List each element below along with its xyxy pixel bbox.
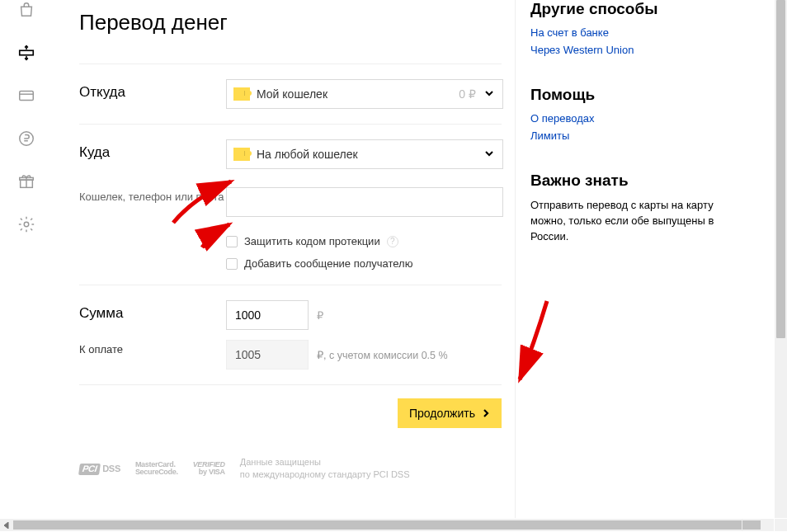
nav-transfer-icon[interactable]: [16, 43, 36, 63]
scrollbar-corner: [775, 519, 787, 531]
verified-by-visa-badge: VERIFIED by VISA: [193, 461, 225, 477]
chevron-right-icon: [482, 407, 490, 420]
chevron-down-icon: [484, 148, 494, 161]
nav-shop-icon[interactable]: [16, 0, 36, 20]
pci-dss-badge: PCI DSS: [79, 464, 120, 475]
mastercard-securecode-badge: MasterCard. SecureCode.: [135, 461, 178, 477]
sidebar-nav: [0, 0, 53, 518]
to-value: На любой кошелек: [257, 148, 358, 161]
attach-message-label: Добавить сообщение получателю: [244, 257, 412, 270]
from-row: Откуда Мой кошелек 0 ₽: [79, 64, 502, 124]
nav-ruble-icon[interactable]: [16, 129, 36, 148]
to-select[interactable]: На любой кошелек: [226, 139, 503, 169]
to-pay-value: [226, 340, 309, 370]
from-balance: 0 ₽: [459, 87, 476, 101]
from-select[interactable]: Мой кошелек 0 ₽: [226, 79, 503, 109]
recipient-row: Кошелек, телефон или почта Защитить кодо…: [79, 184, 502, 285]
to-row: Куда На любой кошелек: [79, 125, 502, 184]
help-link-about[interactable]: О переводах: [530, 112, 746, 125]
nav-card-icon[interactable]: [16, 86, 36, 106]
attach-message-checkbox[interactable]: Добавить сообщение получателю: [226, 257, 503, 270]
other-ways-title: Другие способы: [530, 0, 746, 18]
vertical-scrollbar[interactable]: [775, 0, 787, 518]
to-pay-label: К оплате: [79, 340, 226, 355]
chevron-down-icon: [484, 87, 494, 101]
page-title: Перевод денег: [79, 10, 502, 35]
important-title: Важно знать: [530, 172, 746, 190]
svg-point-5: [24, 222, 29, 227]
protect-label: Защитить кодом протекции: [244, 235, 380, 247]
from-value: Мой кошелек: [257, 87, 328, 101]
help-link-limits[interactable]: Лимиты: [530, 129, 746, 142]
wallet-icon: [233, 87, 250, 101]
to-label: Куда: [79, 139, 226, 161]
other-ways-link-wu[interactable]: Через Western Union: [530, 44, 746, 56]
svg-rect-0: [20, 50, 34, 55]
checkbox-icon: [226, 236, 238, 247]
recipient-input[interactable]: [226, 187, 503, 217]
security-badges: PCI DSS MasterCard. SecureCode. VERIFIED…: [79, 456, 502, 482]
right-sidebar: Другие способы На счет в банке Через Wes…: [515, 0, 762, 518]
wallet-icon: [233, 148, 250, 161]
checkbox-icon: [226, 258, 238, 270]
svg-rect-1: [20, 92, 34, 101]
continue-button[interactable]: Продолжить: [398, 398, 502, 428]
nav-gift-icon[interactable]: [16, 172, 36, 191]
amount-label: Сумма: [79, 300, 226, 322]
to-pay-note: ₽, с учетом комиссии 0.5 %: [317, 349, 448, 361]
continue-label: Продолжить: [409, 407, 475, 420]
from-label: Откуда: [79, 79, 226, 101]
security-note: Данные защищены по международному станда…: [240, 456, 410, 482]
main-content: Перевод денег Откуда Мой кошелек 0 ₽: [53, 0, 515, 518]
important-text: Отправить перевод с карты на карту можно…: [530, 198, 746, 245]
scroll-left-btn[interactable]: [0, 519, 13, 531]
scroll-right-btn[interactable]: [742, 519, 774, 531]
amount-row: Сумма ₽: [79, 285, 502, 337]
nav-settings-icon[interactable]: [16, 214, 36, 234]
help-icon[interactable]: ?: [387, 236, 398, 247]
to-pay-row: К оплате ₽, с учетом комиссии 0.5 %: [79, 337, 502, 384]
protect-checkbox[interactable]: Защитить кодом протекции ?: [226, 235, 503, 247]
other-ways-link-bank[interactable]: На счет в банке: [530, 26, 746, 39]
amount-currency: ₽: [317, 309, 323, 322]
horizontal-scrollbar[interactable]: [0, 519, 774, 531]
horizontal-scrollbar-thumb[interactable]: [13, 520, 761, 530]
recipient-label: Кошелек, телефон или почта: [79, 187, 226, 203]
amount-input[interactable]: [226, 300, 309, 330]
help-title: Помощь: [530, 86, 746, 104]
vertical-scrollbar-thumb[interactable]: [776, 0, 785, 338]
